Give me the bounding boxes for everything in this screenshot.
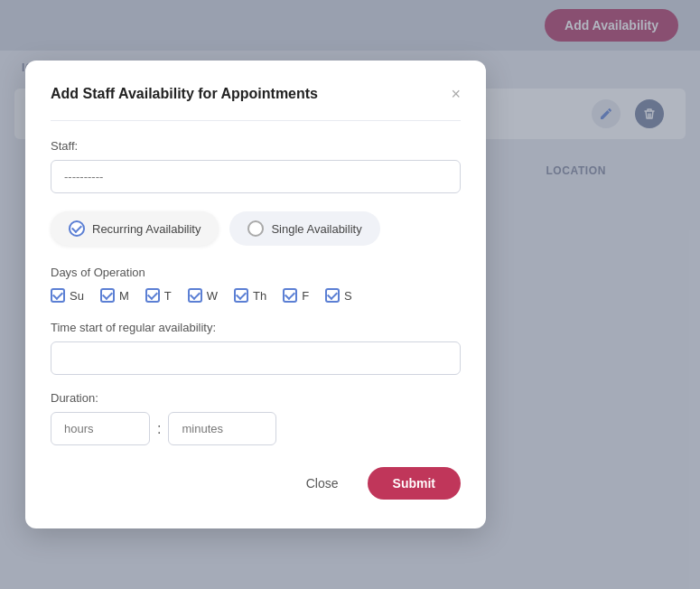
single-availability-option[interactable]: Single Availability xyxy=(229,211,379,246)
day-s[interactable]: S xyxy=(325,288,352,303)
days-row: Su M T W Th F xyxy=(51,288,461,303)
hours-input[interactable] xyxy=(51,412,150,445)
duration-row: : xyxy=(51,412,461,445)
modal-footer: Close Submit xyxy=(51,467,461,500)
submit-button[interactable]: Submit xyxy=(368,467,461,500)
close-button[interactable]: Close xyxy=(292,469,353,498)
time-start-input[interactable] xyxy=(51,341,461,375)
time-label: Time start of regular availability: xyxy=(51,321,461,334)
day-t[interactable]: T xyxy=(145,288,172,303)
day-th-label: Th xyxy=(253,289,266,303)
day-w-label: W xyxy=(207,289,218,303)
day-s-checkbox xyxy=(325,288,340,303)
day-su-label: Su xyxy=(70,289,84,303)
day-w[interactable]: W xyxy=(188,288,218,303)
availability-type-group: Recurring Availability Single Availabili… xyxy=(51,211,461,246)
day-su-checkbox xyxy=(51,288,65,303)
recurring-label: Recurring Availability xyxy=(92,222,201,236)
day-m-checkbox xyxy=(100,288,115,303)
day-f[interactable]: F xyxy=(283,288,309,303)
day-su[interactable]: Su xyxy=(51,288,84,303)
day-f-label: F xyxy=(302,289,309,303)
modal-overlay: Add Staff Availability for Appointments … xyxy=(0,0,700,589)
modal-divider xyxy=(51,120,461,121)
day-m[interactable]: M xyxy=(100,288,129,303)
single-label: Single Availability xyxy=(271,222,361,236)
recurring-checked-icon xyxy=(69,220,85,237)
day-t-checkbox xyxy=(145,288,160,303)
day-f-checkbox xyxy=(283,288,297,303)
staff-label: Staff: xyxy=(51,139,461,153)
modal-dialog: Add Staff Availability for Appointments … xyxy=(25,61,486,528)
staff-input[interactable] xyxy=(51,160,461,193)
duration-label: Duration: xyxy=(51,391,461,405)
day-w-checkbox xyxy=(188,288,202,303)
duration-separator: : xyxy=(157,421,161,437)
day-th[interactable]: Th xyxy=(234,288,266,303)
day-m-label: M xyxy=(119,289,129,303)
modal-header: Add Staff Availability for Appointments … xyxy=(51,86,461,102)
modal-title: Add Staff Availability for Appointments xyxy=(51,86,318,102)
minutes-input[interactable] xyxy=(168,412,276,445)
single-unchecked-icon xyxy=(247,220,264,237)
recurring-availability-option[interactable]: Recurring Availability xyxy=(51,211,219,246)
modal-close-button[interactable]: × xyxy=(451,86,461,102)
day-th-checkbox xyxy=(234,288,248,303)
day-t-label: T xyxy=(164,289,172,303)
day-s-label: S xyxy=(344,289,352,303)
days-label: Days of Operation xyxy=(51,266,461,279)
